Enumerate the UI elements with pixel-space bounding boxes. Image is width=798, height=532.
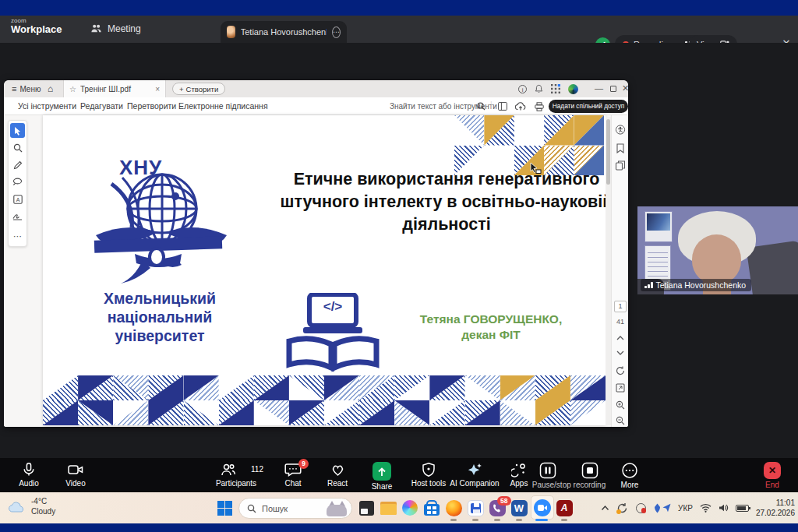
home-button[interactable]: ⌂: [48, 80, 53, 97]
viber-button[interactable]: 58: [488, 499, 507, 517]
print-icon[interactable]: [535, 102, 544, 111]
slide-decor-top: [454, 115, 604, 175]
end-button[interactable]: ✕ End: [754, 462, 790, 489]
acrobat-icon: A: [556, 500, 573, 516]
screen-recorder-icon[interactable]: [635, 502, 647, 514]
start-button[interactable]: [215, 499, 234, 517]
language-indicator[interactable]: УКР: [678, 504, 693, 513]
save-app-button[interactable]: [466, 499, 485, 517]
notifications-bell-icon[interactable]: [535, 84, 543, 93]
rotate-page-icon[interactable]: [614, 366, 627, 375]
zoom-out-icon[interactable]: [614, 416, 627, 425]
acrobat-button[interactable]: A: [555, 499, 574, 517]
tab-shared-screen[interactable]: Tetiana Hovorushchenko's screen ⋯: [221, 21, 347, 43]
signature-icon[interactable]: [10, 209, 25, 224]
pause-stop-recording-button[interactable]: Pause/stop recording: [528, 462, 609, 489]
pdf-scrollbar-thumb[interactable]: [606, 119, 610, 185]
shared-screen-stage: ≡ Меню ⌂ ☆ Тренінг ШІ.pdf × + Створити i: [0, 43, 798, 458]
next-page-icon[interactable]: [614, 351, 627, 356]
tray-expand-chevron[interactable]: [601, 505, 609, 511]
pencil-annotate-icon[interactable]: [10, 157, 25, 172]
menu-all-tools[interactable]: Усі інструменти: [18, 97, 76, 115]
bookmarks-icon[interactable]: [614, 143, 627, 153]
ms-store-button[interactable]: [422, 499, 441, 517]
firefox-button[interactable]: [444, 499, 463, 517]
search-highlight-image: [325, 499, 348, 518]
taskbar-search[interactable]: Пошук: [238, 498, 352, 519]
cloud-upload-icon[interactable]: [515, 101, 526, 111]
chat-badge: 9: [298, 459, 309, 469]
acrobat-titlebar: ≡ Меню ⌂ ☆ Тренінг ШІ.pdf × + Створити i: [4, 80, 628, 97]
copilot-button[interactable]: [401, 499, 419, 517]
audio-signal-icon: [644, 282, 653, 288]
chat-button[interactable]: 9 Chat: [274, 462, 312, 488]
acrobat-menu-button[interactable]: ≡ Меню: [12, 80, 41, 97]
previous-page-icon[interactable]: [614, 335, 627, 340]
tab-meeting[interactable]: Meeting: [90, 23, 141, 34]
pdf-close-button[interactable]: ✕: [622, 83, 628, 93]
file-explorer-button[interactable]: [379, 499, 397, 517]
star-icon[interactable]: ☆: [69, 85, 76, 93]
zoom-in-icon[interactable]: [614, 400, 627, 410]
more-ellipsis-icon: [621, 462, 638, 479]
slide-decor-bottom: [43, 375, 606, 425]
lasso-comment-icon[interactable]: [10, 174, 25, 189]
pdf-maximize-button[interactable]: [610, 85, 616, 93]
add-text-icon[interactable]: A: [10, 192, 25, 206]
select-tool-icon[interactable]: [10, 123, 25, 138]
sync-status-icon[interactable]: [616, 502, 628, 514]
tab-close-icon[interactable]: ×: [155, 85, 160, 93]
weather-cond: Cloudy: [31, 507, 55, 517]
profile-avatar-icon[interactable]: [568, 84, 578, 94]
page-panel-icon[interactable]: [498, 102, 507, 111]
heart-icon: [330, 462, 346, 477]
accessibility-icon[interactable]: [614, 125, 627, 135]
menu-edit[interactable]: Редагувати: [80, 97, 123, 115]
wifi-icon[interactable]: [700, 503, 711, 513]
pdf-scrollbar[interactable]: [606, 117, 611, 425]
zoom-logo-bottom: Workplace: [11, 24, 62, 34]
host-tools-button[interactable]: Host tools: [407, 462, 450, 488]
tray-clock[interactable]: 11:01 27.02.2026: [756, 498, 795, 518]
word-button[interactable]: W: [510, 499, 528, 517]
video-button[interactable]: Video: [58, 462, 94, 488]
page-number-input[interactable]: 1: [614, 301, 627, 312]
volume-icon[interactable]: [719, 503, 729, 513]
menu-esign[interactable]: Електронне підписання: [178, 97, 268, 115]
create-button[interactable]: + Створити: [172, 83, 225, 95]
camera-icon: [67, 462, 84, 477]
search-placeholder: Пошук: [262, 504, 288, 513]
pen-input-icons[interactable]: [654, 503, 671, 513]
menu-convert[interactable]: Перетворити: [127, 97, 176, 115]
zoom-tool-icon[interactable]: [10, 140, 25, 155]
participants-button[interactable]: 112 Participants: [209, 462, 263, 488]
audio-button[interactable]: Audio: [11, 462, 47, 488]
ai-companion-button[interactable]: AI Companion: [446, 462, 503, 488]
folder-icon: [380, 502, 397, 515]
apps-grid-icon[interactable]: [551, 84, 560, 93]
pdf-minimize-button[interactable]: —: [595, 83, 603, 93]
meeting-people-icon: [90, 23, 102, 34]
document-tab[interactable]: ☆ Тренінг ШІ.pdf ×: [63, 80, 166, 97]
search-icon[interactable]: [477, 102, 486, 111]
battery-icon[interactable]: [736, 505, 749, 512]
taskbar-weather-widget[interactable]: -4°C Cloudy: [8, 497, 55, 516]
ai-sparkle-icon: [466, 462, 483, 477]
participants-count: 112: [251, 466, 263, 474]
react-button[interactable]: React: [320, 462, 355, 488]
fit-page-icon[interactable]: [614, 383, 627, 393]
pages-panel-icon[interactable]: [614, 160, 627, 171]
help-icon[interactable]: i: [518, 85, 527, 93]
zoom-app-button[interactable]: [533, 499, 552, 517]
home-icon: ⌂: [48, 83, 53, 94]
more-button[interactable]: More: [613, 462, 647, 489]
author-role: декан ФІТ: [395, 327, 587, 343]
share-button[interactable]: Share: [364, 462, 400, 491]
participant-avatar: [227, 26, 235, 38]
task-view-button[interactable]: [357, 499, 376, 517]
wall-calendar-top: [644, 211, 673, 242]
share-access-button[interactable]: Надати спільний доступ: [549, 100, 628, 113]
participant-video-tile[interactable]: Tetiana Hovorushchenko: [637, 206, 798, 294]
more-tools-icon[interactable]: ⋯: [10, 229, 25, 244]
tab-options-icon[interactable]: ⋯: [332, 26, 341, 38]
